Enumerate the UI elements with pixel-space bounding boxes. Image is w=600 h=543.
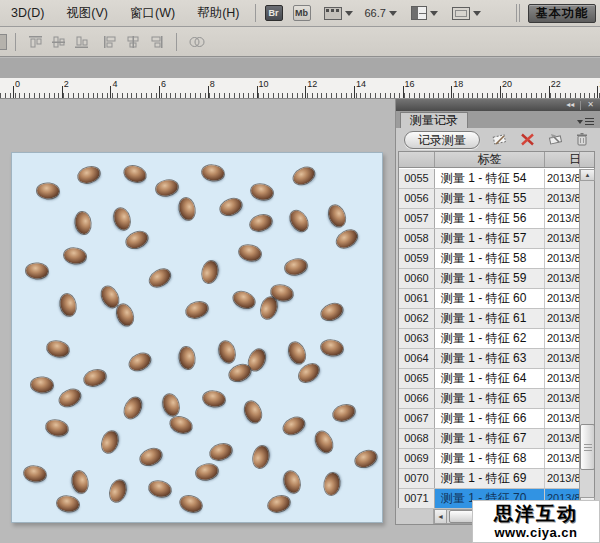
record-number-cell[interactable]: 0071 (399, 489, 435, 508)
table-row[interactable]: 0068测量 1 - 特征 672013/8 (399, 429, 580, 449)
seed-object[interactable] (23, 465, 47, 484)
record-number-cell[interactable]: 0055 (399, 169, 435, 188)
seed-object[interactable] (284, 258, 308, 277)
seed-object[interactable] (250, 182, 275, 202)
label-cell[interactable]: 测量 1 - 特征 61 (435, 309, 545, 328)
label-cell[interactable]: 测量 1 - 特征 56 (435, 209, 545, 228)
seed-object[interactable] (242, 399, 264, 425)
seed-object[interactable] (121, 394, 145, 421)
date-cell[interactable]: 2013/8 (545, 229, 580, 248)
seed-object[interactable] (59, 293, 78, 317)
chevron-down-icon[interactable] (473, 11, 481, 16)
seed-object[interactable] (237, 243, 262, 263)
seed-object[interactable] (282, 470, 302, 495)
table-row[interactable]: 0059测量 1 - 特征 582013/8 (399, 249, 580, 269)
date-cell[interactable]: 2013/8 (545, 189, 580, 208)
label-cell[interactable]: 测量 1 - 特征 62 (435, 329, 545, 348)
label-cell[interactable]: 测量 1 - 特征 60 (435, 289, 545, 308)
column-header-record[interactable] (399, 152, 435, 167)
label-cell[interactable]: 测量 1 - 特征 64 (435, 369, 545, 388)
table-row[interactable]: 0056测量 1 - 特征 552013/8 (399, 189, 580, 209)
label-cell[interactable]: 测量 1 - 特征 55 (435, 189, 545, 208)
label-cell[interactable]: 测量 1 - 特征 57 (435, 229, 545, 248)
date-cell[interactable]: 2013/8 (545, 449, 580, 468)
scroll-up-arrow[interactable]: ▲ (580, 169, 595, 181)
column-header-label[interactable]: 标签 (435, 152, 545, 167)
seed-object[interactable] (200, 164, 224, 183)
seed-object[interactable] (286, 340, 308, 366)
export-measurements-icon[interactable] (547, 132, 564, 147)
seed-object[interactable] (217, 339, 237, 364)
close-panel-icon[interactable]: ✕ (581, 100, 600, 110)
date-cell[interactable]: 2013/8 (545, 309, 580, 328)
screen-mode-icon[interactable] (452, 7, 470, 20)
distribute-top-icon[interactable] (27, 34, 44, 50)
record-number-cell[interactable]: 0061 (399, 289, 435, 308)
seed-object[interactable] (74, 211, 91, 234)
seed-object[interactable] (291, 164, 317, 187)
chevron-down-icon[interactable] (430, 11, 438, 16)
record-number-cell[interactable]: 0065 (399, 369, 435, 388)
seed-object[interactable] (99, 429, 121, 455)
seed-object[interactable] (251, 445, 271, 470)
seed-object[interactable] (45, 339, 70, 359)
record-number-cell[interactable]: 0056 (399, 189, 435, 208)
seed-object[interactable] (147, 479, 172, 499)
seed-object[interactable] (334, 227, 361, 251)
seed-object[interactable] (184, 300, 209, 320)
panel-menu-icon[interactable] (577, 118, 594, 125)
seed-object[interactable] (36, 182, 59, 199)
seed-object[interactable] (199, 260, 219, 285)
record-number-cell[interactable]: 0070 (399, 469, 435, 488)
minibridge-button[interactable]: Mb (293, 5, 311, 21)
seed-object[interactable] (82, 368, 107, 388)
scrollbar-thumb[interactable] (580, 424, 595, 470)
seed-object[interactable] (202, 390, 226, 409)
label-cell[interactable]: 测量 1 - 特征 58 (435, 249, 545, 268)
seed-object[interactable] (179, 346, 196, 369)
date-cell[interactable]: 2013/8 (545, 249, 580, 268)
seed-object[interactable] (313, 428, 336, 454)
seed-object[interactable] (124, 230, 150, 252)
date-cell[interactable]: 2013/8 (545, 429, 580, 448)
label-cell[interactable]: 测量 1 - 特征 54 (435, 169, 545, 188)
table-row[interactable]: 0062测量 1 - 特征 612013/8 (399, 309, 580, 329)
seed-object[interactable] (44, 417, 69, 437)
seed-object[interactable] (70, 470, 89, 494)
seed-object[interactable] (353, 448, 379, 470)
table-row[interactable]: 0065测量 1 - 特征 642013/8 (399, 369, 580, 389)
seed-object[interactable] (56, 495, 80, 514)
date-cell[interactable]: 2013/8 (545, 349, 580, 368)
label-cell[interactable]: 测量 1 - 特征 63 (435, 349, 545, 368)
distribute-hcenter-icon[interactable] (125, 34, 142, 50)
scroll-left-arrow[interactable]: ◄ (435, 510, 447, 523)
menu-item[interactable]: 视图(V) (55, 0, 119, 26)
auto-align-icon[interactable] (188, 34, 206, 50)
seed-object[interactable] (161, 392, 181, 417)
workspace-button[interactable]: 基本功能 (528, 4, 596, 23)
record-number-cell[interactable]: 0059 (399, 249, 435, 268)
seed-object[interactable] (179, 493, 205, 515)
seed-object[interactable] (177, 197, 196, 221)
label-cell[interactable]: 测量 1 - 特征 59 (435, 269, 545, 288)
tab-measurement-log[interactable]: 测量记录 (400, 112, 468, 128)
seed-object[interactable] (127, 350, 153, 373)
seed-object[interactable] (219, 196, 245, 218)
seed-object[interactable] (267, 494, 292, 514)
label-cell[interactable]: 测量 1 - 特征 69 (435, 469, 545, 488)
seed-object[interactable] (155, 178, 179, 197)
distribute-right-icon[interactable] (148, 34, 165, 50)
record-number-cell[interactable]: 0066 (399, 389, 435, 408)
table-row[interactable]: 0064测量 1 - 特征 632013/8 (399, 349, 580, 369)
column-header-date[interactable]: 日期 (545, 152, 580, 167)
label-cell[interactable]: 测量 1 - 特征 65 (435, 389, 545, 408)
distribute-bottom-icon[interactable] (73, 34, 90, 50)
seed-object[interactable] (209, 442, 234, 462)
table-row[interactable]: 0058测量 1 - 特征 572013/8 (399, 229, 580, 249)
seed-object[interactable] (57, 386, 83, 409)
table-row[interactable]: 0055测量 1 - 特征 542013/8 (399, 169, 580, 189)
seed-object[interactable] (139, 447, 165, 469)
date-cell[interactable]: 2013/8 (545, 409, 580, 428)
table-row[interactable]: 0063测量 1 - 特征 622013/8 (399, 329, 580, 349)
seed-object[interactable] (227, 362, 253, 384)
